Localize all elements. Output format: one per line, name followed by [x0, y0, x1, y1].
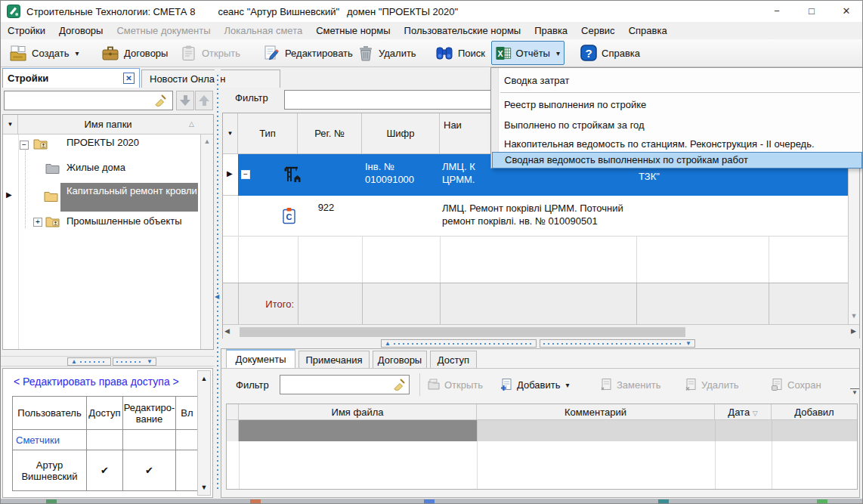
grid-scroll-left-icon[interactable]: ◀	[224, 327, 230, 335]
close-button[interactable]: ✕	[829, 1, 863, 22]
menu-smetnye-dokumenty: Сметные документы	[110, 23, 217, 39]
reports-dropdown-icon[interactable]: ▾	[556, 49, 560, 57]
grid-options-dropdown-icon[interactable]: ▼	[223, 113, 238, 154]
tree-expand-toggle[interactable]: +	[33, 218, 42, 227]
tree-options-dropdown-icon[interactable]: ▼	[3, 115, 18, 135]
edit-button[interactable]: Редактировать	[259, 41, 357, 65]
cell-estimate-name: ЛМЦ. Ремонт покрівлі ЦРММ. Поточний ремо…	[442, 202, 633, 227]
menu-item-vypolneno-za-god[interactable]: Выполнено по стройкам за год	[492, 116, 862, 135]
access-user-row[interactable]: Артур Вишневский ✔ ✔	[13, 450, 199, 491]
docs-filter-input[interactable]	[280, 375, 410, 394]
docs-selected-row[interactable]	[227, 420, 857, 441]
tab-dogovory[interactable]: Договоры	[373, 351, 427, 368]
docs-replace-button: Заменить	[599, 378, 660, 391]
docs-open-button: Открыть	[427, 378, 483, 391]
access-check-icon[interactable]: ✔	[87, 450, 123, 491]
docs-save-button: Сохран	[770, 378, 858, 391]
menu-stroiki[interactable]: Стройки	[1, 23, 52, 39]
minimize-button[interactable]: −	[759, 1, 794, 22]
docs-clear-filter-broom-icon[interactable]	[392, 378, 406, 391]
docs-cell-comment	[477, 420, 715, 441]
search-up-button[interactable]	[195, 91, 213, 110]
menu-item-svodnaya-vedomost[interactable]: Сводная ведомость выполненных по стройка…	[492, 152, 862, 169]
tree-scroll-up-icon[interactable]: ▲	[201, 138, 213, 145]
docs-add-dropdown-icon[interactable]: ▾	[565, 381, 569, 389]
grid-hscroll-thumb[interactable]	[240, 327, 685, 337]
tab-novosti-online[interactable]: Новости Онлайн	[141, 70, 280, 88]
close-tab-icon[interactable]: ✕	[123, 73, 135, 84]
tree-scrollbar[interactable]: ▲	[200, 135, 213, 349]
access-scroll-up-icon[interactable]: ▲	[198, 375, 210, 382]
reports-button[interactable]: X Отчёты ▾	[491, 41, 565, 65]
menu-pravka[interactable]: Правка	[527, 23, 574, 39]
arrow-up-icon	[199, 95, 209, 106]
menu-polzovatelskie-normy[interactable]: Пользовательские нормы	[397, 23, 528, 39]
grid-empty-row[interactable]	[223, 237, 859, 283]
menu-item-svodka-zatrat[interactable]: Сводка затрат	[492, 71, 862, 91]
cell-name-fragment: ЛМЦ. К ЦРММ.	[442, 160, 475, 186]
left-horizontal-splitter[interactable]: ▲ ▼	[1, 356, 215, 366]
vertical-splitter[interactable]: ◀	[215, 67, 221, 499]
tree-item-promyshlennye[interactable]: Промышленные объекты	[67, 215, 182, 227]
access-scrollbar[interactable]: ▲ ▼	[197, 370, 211, 496]
menu-item-nakopitelnaya-vedomost[interactable]: Накопительная ведомость по станциям. Рек…	[492, 136, 862, 153]
folder-search-input[interactable]	[4, 91, 173, 110]
tree-item-kapremont-selected[interactable]: Капитальный ремонт кровли	[60, 183, 198, 212]
docs-delete-icon	[684, 378, 698, 391]
access-scroll-down-icon[interactable]: ▼	[198, 484, 210, 491]
search-down-button[interactable]	[176, 91, 194, 110]
col-comment[interactable]: Комментарий	[477, 404, 715, 420]
right-horizontal-splitter[interactable]: ▲ ▼	[222, 339, 860, 348]
right-splitter-handle-up[interactable]: ▲	[381, 339, 537, 348]
briefcase-icon	[101, 45, 119, 62]
grid-footer-row: Итого:	[223, 283, 859, 324]
grid-hscrollbar[interactable]: ◀ ▶	[223, 324, 859, 339]
edit-check-icon[interactable]: ✔	[123, 450, 176, 491]
tree-item-projects-2020[interactable]: ПРОЕКТЫ 2020	[67, 137, 139, 148]
menu-servis[interactable]: Сервис	[574, 23, 622, 39]
search-button[interactable]: Поиск	[432, 41, 489, 65]
grid-scroll-right-icon[interactable]: ▶	[851, 327, 856, 335]
splitter-handle-up[interactable]: ▲	[67, 357, 111, 366]
tab-stroiki[interactable]: Стройки ✕	[2, 68, 140, 88]
menu-item-reestr-vypolneniya[interactable]: Реестр выполнения по стройке	[492, 95, 862, 115]
help-button[interactable]: ? Справка	[577, 41, 644, 65]
menu-spravka[interactable]: Справка	[622, 23, 674, 39]
col-type[interactable]: Тип	[238, 113, 298, 154]
access-group-row[interactable]: Сметчики	[13, 430, 199, 450]
tree-collapse-toggle[interactable]: −	[20, 141, 29, 150]
clear-filter-broom-icon[interactable]	[153, 94, 167, 107]
tree-column-header[interactable]: Имя папки	[18, 115, 198, 135]
grid-row-estimate[interactable]: С 922 ЛМЦ. Ремонт покрівлі ЦРММ. Поточни…	[223, 196, 859, 237]
row-collapse-toggle[interactable]: −	[241, 170, 250, 179]
col-date[interactable]: Дата ▽	[715, 404, 772, 420]
right-splitter-handle-down[interactable]: ▼	[540, 339, 695, 348]
title-bar: Строительные Технологии: СМЕТА 8 сеанс "…	[1, 1, 863, 22]
menu-dogovory[interactable]: Договоры	[52, 23, 110, 39]
create-button[interactable]: Создать ▾	[5, 41, 82, 65]
tab-primechaniya[interactable]: Примечания	[298, 351, 370, 368]
splitter-handle-down[interactable]: ▼	[113, 357, 156, 366]
tree-item-zhilye-doma[interactable]: Жилые дома	[67, 162, 125, 173]
tab-dokumenty[interactable]: Документы	[226, 349, 295, 368]
toolbar-overflow-icon[interactable]: ▼	[850, 388, 859, 396]
grid-scroll-down-icon[interactable]: ▼	[849, 312, 859, 320]
splitter-collapse-left-icon[interactable]: ◀	[215, 294, 219, 300]
window-title: Строительные Технологии: СМЕТА 8	[26, 6, 195, 17]
col-filename[interactable]: Имя файла	[239, 404, 477, 420]
col-reg-number[interactable]: Рег. №	[298, 113, 362, 154]
col-code[interactable]: Шифр	[362, 113, 440, 154]
menu-smetnye-normy[interactable]: Сметные нормы	[309, 23, 397, 39]
app-logo-icon	[7, 5, 20, 18]
tab-dostup[interactable]: Доступ	[430, 351, 477, 368]
col-added-by[interactable]: Добавил	[772, 404, 857, 420]
col-owner: Вл	[176, 397, 199, 430]
edit-access-link[interactable]: < Редактировать права доступа >	[14, 376, 179, 388]
maximize-button[interactable]: □	[794, 1, 829, 22]
docs-add-button[interactable]: Добавить ▾	[500, 378, 569, 391]
estimate-document-icon: С	[282, 207, 296, 224]
delete-button[interactable]: Удалить	[353, 41, 420, 65]
create-dropdown-icon[interactable]: ▾	[75, 49, 79, 57]
contracts-button[interactable]: Договоры	[97, 41, 172, 65]
date-sort-icon: ▽	[753, 410, 758, 417]
